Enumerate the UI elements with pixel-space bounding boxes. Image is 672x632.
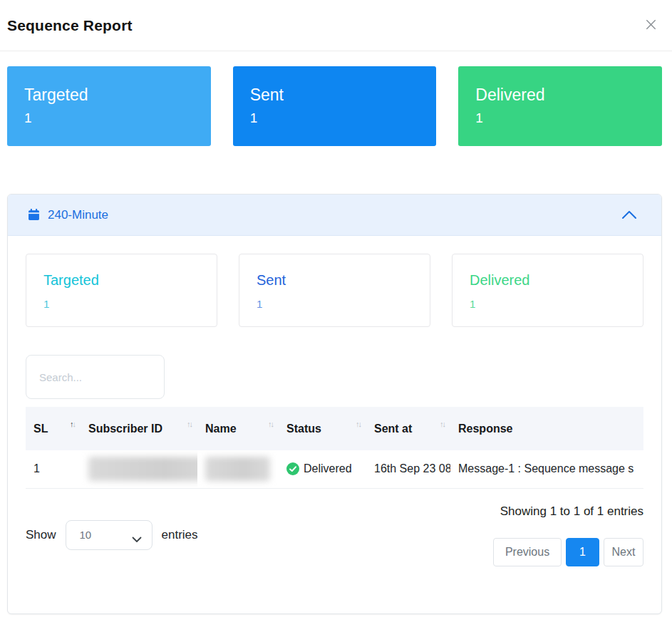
summary-card-targeted: Targeted 1 <box>7 66 211 146</box>
cell-response: Message-1 : Sequence message s <box>450 450 643 488</box>
column-label: Name <box>205 423 237 435</box>
summary-card-delivered: Delivered 1 <box>458 66 662 146</box>
chevron-up-icon[interactable] <box>621 210 637 219</box>
stat-card-targeted: Targeted 1 <box>26 254 217 327</box>
close-icon <box>644 18 658 33</box>
close-button[interactable] <box>641 16 660 35</box>
summary-card-label: Targeted <box>24 85 211 105</box>
column-header-response[interactable]: Response <box>450 407 643 450</box>
page-size-select[interactable]: 10 <box>66 520 153 550</box>
entries-label: entries <box>162 528 198 542</box>
column-header-subscriber-id[interactable]: Subscriber ID ↑↓ <box>81 407 197 450</box>
cell-status: Delivered <box>279 450 366 488</box>
redacted-name <box>205 457 270 481</box>
redacted-subscriber-id <box>88 457 197 481</box>
next-page-button[interactable]: Next <box>604 538 643 566</box>
summary-card-label: Sent <box>250 85 437 105</box>
column-header-name[interactable]: Name ↑↓ <box>197 407 279 450</box>
summary-card-value: 1 <box>24 110 211 126</box>
stat-card-value: 1 <box>257 298 430 310</box>
sort-icon[interactable]: ↑↓ <box>70 420 75 428</box>
previous-page-button[interactable]: Previous <box>493 538 562 566</box>
search-input[interactable] <box>26 355 165 399</box>
stat-card-label: Targeted <box>43 271 217 289</box>
stat-card-label: Sent <box>257 271 430 289</box>
sequence-step-panel: 240-Minute Targeted 1 Sent 1 Delivered 1 <box>7 194 662 614</box>
stat-card-value: 1 <box>43 298 217 310</box>
panel-header-240-minute[interactable]: 240-Minute <box>8 195 661 236</box>
modal-header: Sequence Report <box>0 0 672 51</box>
cell-name <box>197 450 279 488</box>
cell-sent-at: 16th Sep 23 08:18 <box>366 450 450 488</box>
table-header-row: SL ↑↓ Subscriber ID ↑↓ Name ↑↓ <box>26 407 643 450</box>
cell-subscriber-id <box>81 450 197 488</box>
stat-card-sent: Sent 1 <box>239 254 430 327</box>
column-label: Status <box>286 423 321 435</box>
summary-card-value: 1 <box>250 110 437 126</box>
sort-icon[interactable]: ↑↓ <box>440 420 445 428</box>
column-header-sent-at[interactable]: Sent at ↑↓ <box>366 407 450 450</box>
calendar-icon <box>28 209 40 221</box>
summary-card-value: 1 <box>475 110 662 126</box>
panel-title: 240-Minute <box>48 208 108 222</box>
page-title: Sequence Report <box>7 17 133 34</box>
stat-card-label: Delivered <box>470 271 643 289</box>
column-label: SL <box>33 423 48 435</box>
cell-sl: 1 <box>26 450 81 488</box>
sort-icon[interactable]: ↑↓ <box>187 420 192 428</box>
panel-body: Targeted 1 Sent 1 Delivered 1 <box>8 236 661 613</box>
summary-card-label: Delivered <box>475 85 662 105</box>
table-footer: Show 10 entries Showing 1 to 1 of 1 entr… <box>26 504 643 566</box>
pagination: Previous 1 Next <box>493 538 643 566</box>
table-row: 1 <box>26 450 643 488</box>
show-label: Show <box>26 528 56 542</box>
stat-card-value: 1 <box>470 298 643 310</box>
status-badge: Delivered <box>304 462 352 475</box>
pagination-area: Showing 1 to 1 of 1 entries Previous 1 N… <box>493 504 643 566</box>
column-label: Subscriber ID <box>88 423 162 435</box>
summary-card-sent: Sent 1 <box>233 66 437 146</box>
delivered-check-icon <box>286 462 299 475</box>
panel-stat-cards-row: Targeted 1 Sent 1 Delivered 1 <box>26 254 643 327</box>
column-label: Sent at <box>374 423 412 435</box>
column-label: Response <box>458 423 512 435</box>
stat-card-delivered: Delivered 1 <box>452 254 643 327</box>
entries-summary: Showing 1 to 1 of 1 entries <box>500 504 643 519</box>
sort-icon[interactable]: ↑↓ <box>356 420 361 428</box>
report-table: SL ↑↓ Subscriber ID ↑↓ Name ↑↓ <box>26 407 643 489</box>
column-header-status[interactable]: Status ↑↓ <box>279 407 366 450</box>
column-header-sl[interactable]: SL ↑↓ <box>26 407 81 450</box>
summary-cards-row: Targeted 1 Sent 1 Delivered 1 <box>0 66 672 146</box>
page-1-button[interactable]: 1 <box>566 538 599 566</box>
page-size-control: Show 10 entries <box>26 504 198 566</box>
sort-icon[interactable]: ↑↓ <box>268 420 273 428</box>
